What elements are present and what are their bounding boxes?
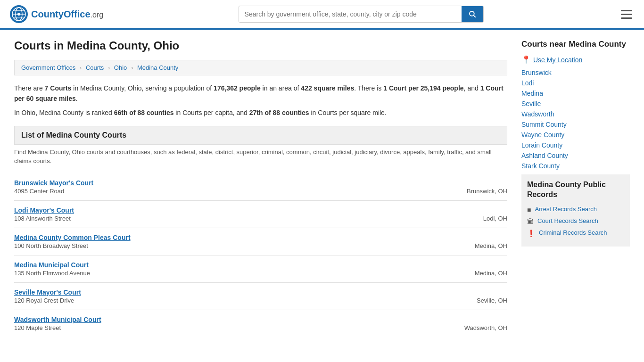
court-name-link[interactable]: Brunswick Mayor's Court	[14, 179, 93, 187]
court-name-link[interactable]: Seville Mayor's Court	[14, 288, 81, 296]
summary-paragraph-2: In Ohio, Medina County is ranked 66th of…	[14, 109, 507, 116]
court-address: 4095 Center Road	[14, 188, 64, 195]
search-bar	[239, 6, 484, 23]
court-details: 108 Ainsworth Street Lodi, OH	[14, 215, 507, 222]
breadcrumb-courts[interactable]: Courts	[86, 64, 104, 71]
sidebar-city-link[interactable]: Lodi	[521, 79, 534, 87]
content-area: Courts in Medina County, Ohio Government…	[14, 39, 507, 337]
public-records-title: Medina County Public Records	[527, 180, 624, 200]
search-input[interactable]	[239, 7, 462, 22]
court-address: 120 Maple Street	[14, 324, 61, 331]
court-address: 108 Ainsworth Street	[14, 215, 71, 222]
breadcrumb-gov-offices[interactable]: Government Offices	[21, 64, 75, 71]
list-item: Medina County Common Pleas Court 100 Nor…	[14, 228, 507, 255]
logo[interactable]: CountyOffice.org	[9, 5, 103, 24]
public-record-item: ■ Arrest Records Search	[527, 206, 624, 214]
sidebar-county-item: Wayne County	[521, 131, 630, 139]
court-address: 120 Royal Crest Drive	[14, 297, 74, 304]
record-icon: ❗	[527, 230, 535, 237]
menu-line	[621, 10, 632, 11]
court-address: 135 North Elmwood Avenue	[14, 270, 90, 277]
use-location[interactable]: 📍 Use My Location	[521, 55, 630, 64]
page-title: Courts in Medina County, Ohio	[14, 39, 507, 52]
search-icon	[468, 10, 477, 18]
sidebar-city-item: Lodi	[521, 79, 630, 87]
sidebar-city-link[interactable]: Wadsworth	[521, 110, 554, 118]
sidebar-county-item: Summit County	[521, 121, 630, 128]
sidebar-city-link[interactable]: Brunswick	[521, 69, 552, 76]
sidebar-county-item: Ashland County	[521, 152, 630, 159]
public-record-item: ❗ Criminal Records Search	[527, 229, 624, 237]
court-name-link[interactable]: Medina Municipal Court	[14, 261, 89, 269]
sidebar-county-link[interactable]: Ashland County	[521, 152, 568, 159]
header: CountyOffice.org	[0, 0, 644, 30]
courts-list: Brunswick Mayor's Court 4095 Center Road…	[14, 173, 507, 337]
court-details: 100 North Broadway Street Medina, OH	[14, 242, 507, 249]
breadcrumb-sep: ›	[108, 64, 110, 71]
court-name-link[interactable]: Medina County Common Pleas Court	[14, 234, 131, 241]
public-record-link[interactable]: Arrest Records Search	[535, 206, 597, 213]
menu-button[interactable]	[619, 8, 635, 21]
court-city: Brunswick, OH	[437, 188, 507, 195]
list-item: Seville Mayor's Court 120 Royal Crest Dr…	[14, 282, 507, 310]
logo-icon	[9, 5, 28, 24]
sidebar-city-item: Wadsworth	[521, 110, 630, 118]
court-city: Medina, OH	[437, 242, 507, 249]
sidebar-county-link[interactable]: Summit County	[521, 121, 567, 128]
court-details: 135 North Elmwood Avenue Medina, OH	[14, 270, 507, 277]
court-name: Medina Municipal Court	[14, 261, 507, 269]
list-item: Wadsworth Municipal Court 120 Maple Stre…	[14, 310, 507, 337]
sidebar-city-item: Seville	[521, 100, 630, 107]
logo-text: CountyOffice.org	[31, 9, 103, 20]
court-name-link[interactable]: Wadsworth Municipal Court	[14, 316, 101, 323]
sidebar: Courts near Medina County 📍 Use My Locat…	[521, 39, 630, 337]
list-description: Find Medina County, Ohio courts and cour…	[14, 148, 507, 166]
court-name: Brunswick Mayor's Court	[14, 179, 507, 187]
court-details: 120 Maple Street Wadsworth, OH	[14, 324, 507, 331]
use-my-location-link[interactable]: Use My Location	[533, 56, 582, 64]
sidebar-city-item: Medina	[521, 90, 630, 97]
sidebar-counties: Summit CountyWayne CountyLorain CountyAs…	[521, 121, 630, 170]
court-name: Medina County Common Pleas Court	[14, 234, 507, 241]
header-right	[619, 8, 635, 21]
breadcrumb-sep: ›	[80, 64, 82, 71]
sidebar-county-link[interactable]: Lorain County	[521, 141, 562, 149]
svg-point-7	[470, 11, 474, 16]
court-city: Wadsworth, OH	[437, 324, 507, 331]
sidebar-nearby-title: Courts near Medina County	[521, 39, 630, 49]
breadcrumb-ohio[interactable]: Ohio	[114, 64, 127, 71]
list-item: Lodi Mayor's Court 108 Ainsworth Street …	[14, 200, 507, 228]
record-icon: ■	[527, 206, 531, 214]
breadcrumb-medina[interactable]: Medina County	[137, 64, 178, 71]
search-button[interactable]	[462, 6, 483, 22]
menu-line	[621, 14, 632, 15]
sidebar-city-link[interactable]: Medina	[521, 90, 543, 97]
sidebar-city-item: Brunswick	[521, 69, 630, 76]
sidebar-county-link[interactable]: Stark County	[521, 162, 560, 170]
list-item: Brunswick Mayor's Court 4095 Center Road…	[14, 173, 507, 200]
sidebar-city-link[interactable]: Seville	[521, 100, 541, 107]
sidebar-county-link[interactable]: Wayne County	[521, 131, 564, 139]
public-record-link[interactable]: Court Records Search	[537, 217, 598, 224]
main-container: Courts in Medina County, Ohio Government…	[0, 30, 644, 346]
public-record-link[interactable]: Criminal Records Search	[539, 229, 607, 236]
court-name: Wadsworth Municipal Court	[14, 316, 507, 323]
court-city: Lodi, OH	[437, 215, 507, 222]
sidebar-cities: BrunswickLodiMedinaSevilleWadsworth	[521, 69, 630, 118]
court-name-link[interactable]: Lodi Mayor's Court	[14, 206, 74, 214]
court-name: Lodi Mayor's Court	[14, 206, 507, 214]
court-name: Seville Mayor's Court	[14, 288, 507, 296]
sidebar-county-item: Stark County	[521, 162, 630, 170]
svg-point-6	[17, 13, 20, 16]
svg-line-8	[473, 16, 475, 17]
court-address: 100 North Broadway Street	[14, 242, 88, 249]
court-details: 120 Royal Crest Drive Seville, OH	[14, 297, 507, 304]
court-details: 4095 Center Road Brunswick, OH	[14, 188, 507, 195]
court-city: Seville, OH	[437, 297, 507, 304]
record-icon: 🏛	[527, 218, 534, 225]
public-record-item: 🏛 Court Records Search	[527, 217, 624, 225]
sidebar-county-item: Lorain County	[521, 141, 630, 149]
menu-line	[621, 17, 632, 19]
location-pin-icon: 📍	[521, 55, 531, 64]
court-city: Medina, OH	[437, 270, 507, 277]
